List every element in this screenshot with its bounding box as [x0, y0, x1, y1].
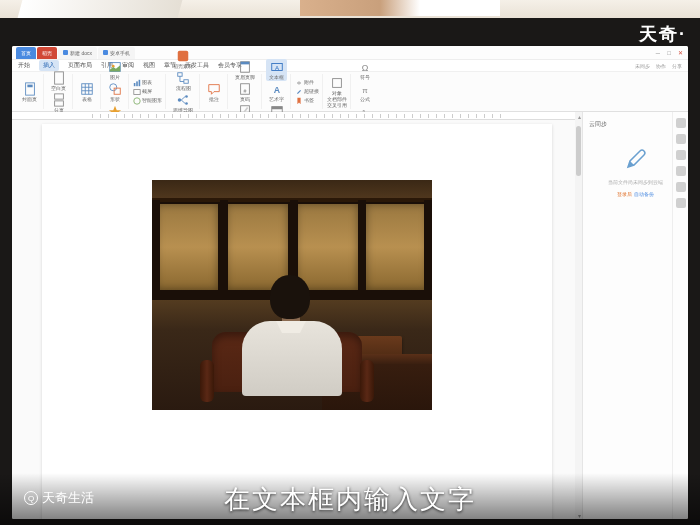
svg-rect-2 [54, 71, 63, 83]
menu-view[interactable]: 视图 [143, 61, 155, 70]
svg-rect-39 [333, 79, 342, 88]
doc-parts-button[interactable]: 文档部件 [327, 97, 347, 102]
svg-rect-15 [136, 81, 138, 86]
strip-icon-1[interactable] [676, 118, 686, 128]
svg-rect-4 [54, 100, 63, 105]
crossref-button[interactable]: 交叉引用 [327, 103, 347, 108]
brand-watermark-top: 天奇· [639, 22, 686, 46]
svg-text:π: π [362, 85, 368, 94]
svg-rect-14 [134, 83, 136, 86]
tab-document-2[interactable]: 安卓手机 [98, 47, 135, 59]
sync-status[interactable]: 未同步 [635, 63, 650, 69]
svg-point-23 [185, 95, 188, 98]
wps-app-window: 首页 稻壳 新建 docx 安卓手机 ─ □ ✕ 开始 插入 页面布局 引用 审… [12, 46, 688, 519]
vertical-scrollbar[interactable]: ▴ ▾ [575, 112, 582, 519]
svg-rect-13 [114, 88, 120, 94]
scroll-thumb[interactable] [576, 126, 581, 176]
svg-rect-29 [241, 61, 250, 64]
resource-button[interactable]: 稻壳素材 [170, 48, 196, 70]
tab-document-1[interactable]: 新建 docx [58, 47, 97, 59]
hyperlink-button[interactable]: 超链接 [295, 88, 319, 96]
textbox-button[interactable]: A文本框 [266, 59, 287, 81]
svg-point-24 [185, 102, 188, 105]
bookmark-button[interactable]: 书签 [295, 97, 319, 105]
svg-rect-19 [178, 50, 189, 61]
strip-icon-2[interactable] [676, 134, 686, 144]
svg-text:Ω: Ω [362, 62, 369, 72]
strip-icon-6[interactable] [676, 198, 686, 208]
object-button[interactable]: 对象 [327, 75, 347, 97]
svg-rect-21 [184, 79, 188, 83]
svg-text:#: # [244, 87, 247, 93]
sidepanel-hint: 当前文件尚未同步到云端 [589, 179, 682, 185]
equation-button[interactable]: π公式 [355, 81, 375, 103]
flowchart-button[interactable]: 流程图 [173, 70, 194, 92]
symbol-button[interactable]: Ω符号 [355, 59, 375, 81]
menu-layout[interactable]: 页面布局 [68, 61, 92, 70]
svg-point-12 [110, 83, 117, 90]
document-page[interactable] [42, 124, 552, 519]
svg-rect-1 [27, 84, 32, 87]
page-number-button[interactable]: #页码 [235, 81, 255, 103]
attachment-button[interactable]: 附件 [295, 79, 319, 87]
svg-rect-20 [178, 72, 182, 76]
sidepanel-links[interactable]: 登录后 自动备份 [589, 191, 682, 197]
cover-page-button[interactable]: 封面页 [19, 81, 40, 103]
mindmap-button[interactable]: 思维导图 [170, 92, 196, 114]
svg-point-22 [178, 98, 182, 102]
picture-button[interactable]: 图片 [105, 59, 125, 81]
desk-background [0, 0, 700, 20]
svg-text:A: A [273, 84, 280, 94]
svg-rect-3 [54, 93, 63, 98]
scroll-up-icon[interactable]: ▴ [575, 112, 582, 120]
screenshot-button[interactable]: 截屏 [133, 88, 162, 96]
svg-rect-16 [139, 79, 141, 85]
shape-button[interactable]: 形状 [105, 81, 125, 103]
watermark-logo-icon: Q [24, 491, 38, 505]
page-break-button[interactable]: 分页 [49, 92, 69, 114]
share-button[interactable]: 分享 [672, 63, 682, 69]
tab-docer[interactable]: 稻壳 [37, 47, 57, 59]
wordart-button[interactable]: A艺术字 [266, 81, 287, 103]
sidebar-tool-strip [672, 112, 688, 519]
workspace: ▴ ▾ 云同步 当前文件尚未同步到云端 登录后 自动备份 [12, 112, 688, 519]
pen-icon [624, 147, 648, 171]
ribbon: 封面页 空白页 分页 表格 图片 形状 图标 图表 截屏 智能图形 [12, 72, 688, 112]
strip-icon-3[interactable] [676, 150, 686, 160]
document-canvas[interactable]: ▴ ▾ [12, 112, 582, 519]
table-button[interactable]: 表格 [77, 81, 97, 103]
smartart-button[interactable]: 智能图形 [133, 97, 162, 105]
blank-page-button[interactable]: 空白页 [48, 70, 69, 92]
window-minimize-icon[interactable]: ─ [654, 49, 662, 57]
window-close-icon[interactable]: ✕ [676, 49, 684, 57]
comment-button[interactable]: 批注 [204, 81, 224, 103]
inserted-image[interactable] [152, 180, 432, 410]
watermark-bottom-left: Q 天奇生活 [24, 489, 94, 507]
sidepanel-title: 云同步 [589, 120, 682, 129]
collab-button[interactable]: 协作 [656, 63, 666, 69]
horizontal-ruler[interactable] [12, 112, 582, 120]
svg-point-18 [134, 97, 140, 103]
svg-rect-5 [82, 83, 93, 94]
strip-icon-5[interactable] [676, 182, 686, 192]
menu-start[interactable]: 开始 [18, 61, 30, 70]
side-panel: 云同步 当前文件尚未同步到云端 登录后 自动备份 [582, 112, 688, 519]
strip-icon-4[interactable] [676, 166, 686, 176]
header-footer-button[interactable]: 页眉页脚 [232, 59, 258, 81]
chart-button[interactable]: 图表 [133, 79, 162, 87]
scroll-down-icon[interactable]: ▾ [575, 511, 582, 519]
tab-home[interactable]: 首页 [16, 47, 36, 59]
svg-text:A: A [274, 63, 279, 70]
svg-rect-17 [134, 89, 140, 94]
window-maximize-icon[interactable]: □ [665, 49, 673, 57]
svg-rect-38 [271, 106, 282, 109]
